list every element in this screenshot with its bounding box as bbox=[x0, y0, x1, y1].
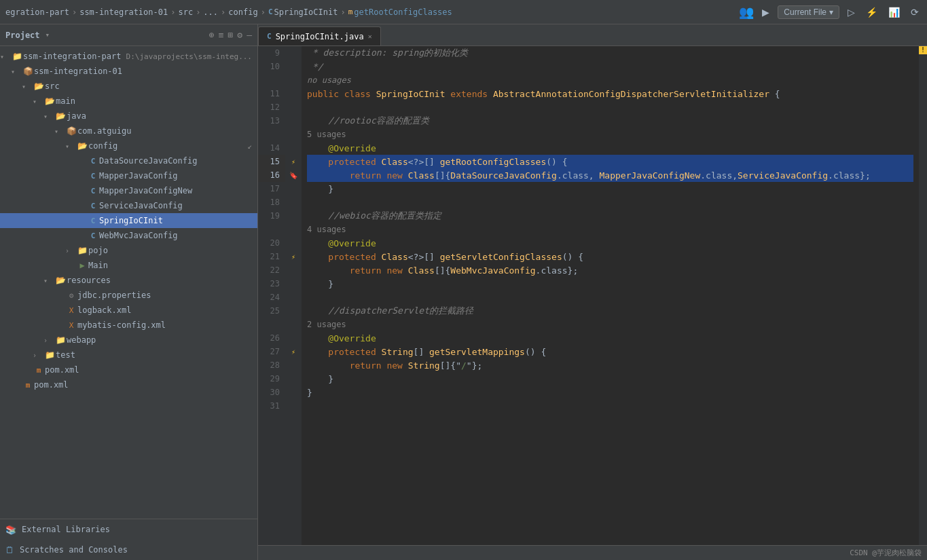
users-icon: 👥 bbox=[739, 5, 754, 19]
gutter-item bbox=[285, 399, 302, 413]
breadcrumb-item-2[interactable]: src bbox=[178, 7, 193, 17]
gutter: ⚡ 🔖 ⚡ ⚡ bbox=[285, 46, 302, 545]
breadcrumb-item-3[interactable]: ... bbox=[203, 7, 218, 17]
tree-item-root[interactable]: ▾ 📁 ssm-integration-part D:\javaprojects… bbox=[0, 49, 257, 64]
class-icon: C bbox=[87, 172, 99, 181]
code-line-10: */ bbox=[307, 60, 913, 73]
tree-label: test bbox=[56, 350, 252, 360]
code-line-4usages: 4 usages bbox=[307, 223, 913, 236]
tree-path: D:\javaprojects\ssm-integ... bbox=[126, 52, 252, 61]
collapse-indicator: ↙ bbox=[247, 142, 252, 151]
tree-item-springioc[interactable]: C SpringIoCInit bbox=[0, 213, 257, 228]
debug-button[interactable]: ⚡ bbox=[863, 5, 880, 19]
code-line-11: public class SpringIoCInit extends Abstr… bbox=[307, 87, 913, 100]
resources-icon: 📂 bbox=[54, 276, 67, 285]
tree-label: WebMvcJavaConfig bbox=[99, 231, 252, 240]
gutter-item bbox=[285, 46, 302, 60]
class-icon: C bbox=[87, 231, 99, 240]
tree-item-webapp[interactable]: › 📁 webapp bbox=[0, 333, 257, 348]
line-num: 21 bbox=[258, 250, 285, 263]
breadcrumb-item-4[interactable]: config bbox=[228, 7, 257, 17]
tree-item-mybatis[interactable]: X mybatis-config.xml bbox=[0, 318, 257, 333]
editor: 9 10 11 12 13 14 15 16 17 18 19 20 21 bbox=[258, 46, 927, 560]
gutter-item bbox=[285, 236, 302, 250]
external-libraries-item[interactable]: 📚 External Libraries bbox=[0, 519, 257, 540]
tree-item-test[interactable]: › 📁 test bbox=[0, 348, 257, 362]
tree-item-main-folder[interactable]: ▾ 📂 main bbox=[0, 94, 257, 109]
line-num: 25 bbox=[258, 304, 285, 318]
tree-arrow: ▾ bbox=[43, 277, 54, 284]
code-line-13-comment: //rootioc容器的配置类 bbox=[307, 114, 913, 128]
tree-label: pom.xml bbox=[45, 365, 252, 375]
class-icon: C bbox=[87, 157, 99, 166]
sidebar-minimize-icon[interactable]: — bbox=[247, 30, 252, 40]
external-libraries-label: External Libraries bbox=[22, 525, 110, 534]
tree-item-jdbc[interactable]: ⚙ jdbc.properties bbox=[0, 288, 257, 303]
xml-icon2: X bbox=[65, 321, 77, 330]
breadcrumb-item-5[interactable]: SpringIoCInit bbox=[274, 7, 338, 17]
sidebar-expand-icon[interactable]: ⊞ bbox=[228, 30, 234, 40]
line-num: 18 bbox=[258, 195, 285, 209]
tree-arrow: › bbox=[65, 247, 76, 255]
coverage-button[interactable]: 📊 bbox=[886, 5, 903, 19]
line-num bbox=[258, 223, 285, 236]
play-icon-button[interactable]: ▷ bbox=[845, 5, 858, 19]
test-icon: 📁 bbox=[43, 350, 56, 360]
gutter-item bbox=[285, 277, 302, 291]
tree-item-src[interactable]: ▾ 📂 src bbox=[0, 79, 257, 94]
tree-item-pom2[interactable]: m pom.xml bbox=[0, 377, 257, 392]
pojo-folder-icon: 📁 bbox=[76, 246, 88, 255]
gutter-item bbox=[285, 128, 302, 141]
package-icon: 📦 bbox=[65, 126, 77, 136]
tree-item-java[interactable]: ▾ 📂 java bbox=[0, 109, 257, 124]
line-num: 19 bbox=[258, 209, 285, 223]
code-area[interactable]: * description: spring的初始化类 */ no usages … bbox=[302, 46, 919, 545]
line-num: 28 bbox=[258, 358, 285, 372]
method-icon: m bbox=[348, 7, 353, 16]
sidebar-collapse-icon[interactable]: ≡ bbox=[219, 30, 224, 40]
code-line-26: @Override bbox=[307, 331, 913, 345]
current-file-button[interactable]: Current File ▾ bbox=[778, 5, 839, 19]
tree-arrow: ▾ bbox=[54, 128, 65, 135]
tree-item-pom1[interactable]: m pom.xml bbox=[0, 362, 257, 377]
tree-item-service[interactable]: C ServiceJavaConfig bbox=[0, 198, 257, 213]
gutter-item bbox=[285, 358, 302, 372]
tab-springioinit[interactable]: C SpringIoCInit.java ✕ bbox=[258, 26, 381, 45]
tree-item-mapper-new[interactable]: C MapperJavaConfigNew bbox=[0, 183, 257, 198]
breadcrumb-item-0[interactable]: egration-part bbox=[5, 7, 69, 17]
sidebar-locate-icon[interactable]: ⊕ bbox=[209, 30, 215, 40]
gutter-item bbox=[285, 100, 302, 114]
tree-item-main-class[interactable]: ▶ Main bbox=[0, 258, 257, 273]
scratches-item[interactable]: 🗒 Scratches and Consoles bbox=[0, 540, 257, 560]
code-line-31 bbox=[307, 399, 913, 413]
breadcrumb-item-6[interactable]: getRootConfigClasses bbox=[354, 7, 452, 17]
run-button[interactable]: ▶ bbox=[759, 5, 772, 19]
tree-arrow: ▾ bbox=[22, 83, 33, 90]
breadcrumb-item-1[interactable]: ssm-integration-01 bbox=[79, 7, 168, 17]
tree-label: pojo bbox=[88, 246, 252, 255]
code-line-9: * description: spring的初始化类 bbox=[307, 46, 913, 60]
line-num bbox=[258, 73, 285, 87]
sidebar-settings-icon[interactable]: ⚙ bbox=[237, 30, 242, 40]
tree-item-module[interactable]: ▾ 📦 ssm-integration-01 bbox=[0, 64, 257, 79]
tree-item-resources[interactable]: ▾ 📂 resources bbox=[0, 273, 257, 288]
line-num: 17 bbox=[258, 182, 285, 195]
tree-item-webmvc[interactable]: C WebMvcJavaConfig bbox=[0, 228, 257, 243]
tree-item-datasource[interactable]: C DataSourceJavaConfig bbox=[0, 153, 257, 168]
line-num: 14 bbox=[258, 141, 285, 155]
tree-item-mapper[interactable]: C MapperJavaConfig bbox=[0, 168, 257, 183]
tree-label: jdbc.properties bbox=[77, 291, 252, 300]
tree-item-package[interactable]: ▾ 📦 com.atguigu bbox=[0, 124, 257, 138]
tree-arrow: › bbox=[33, 352, 43, 359]
line-num: 31 bbox=[258, 399, 285, 413]
profile-button[interactable]: ⟳ bbox=[908, 5, 922, 19]
gutter-item bbox=[285, 372, 302, 386]
tree-item-pojo[interactable]: › 📁 pojo bbox=[0, 243, 257, 258]
tab-close-button[interactable]: ✕ bbox=[368, 33, 372, 40]
tree-item-logback[interactable]: X logback.xml bbox=[0, 303, 257, 318]
sidebar-tree: ▾ 📁 ssm-integration-part D:\javaprojects… bbox=[0, 46, 257, 519]
line-numbers: 9 10 11 12 13 14 15 16 17 18 19 20 21 bbox=[258, 46, 285, 545]
tree-item-config[interactable]: ▾ 📂 config ↙ bbox=[0, 138, 257, 153]
line-num: 12 bbox=[258, 100, 285, 114]
right-gutter: ! bbox=[919, 46, 927, 545]
